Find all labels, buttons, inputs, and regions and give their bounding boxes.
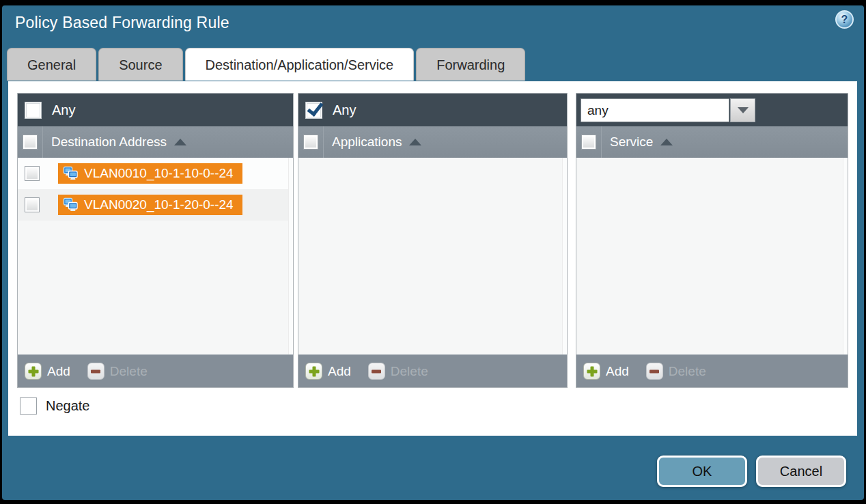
tab-destination-application-service[interactable]: Destination/Application/Service [185, 48, 415, 81]
plus-icon [25, 363, 42, 380]
delete-button[interactable]: Delete [646, 363, 706, 380]
tab-general[interactable]: General [7, 48, 96, 81]
service-footer: Add Delete [576, 354, 848, 387]
delete-button[interactable]: Delete [368, 363, 428, 380]
service-column-label: Service [610, 135, 653, 150]
destination-select-all-checkbox[interactable] [23, 135, 38, 150]
destination-any-header: Any [18, 94, 293, 126]
destination-any-checkbox[interactable] [25, 102, 42, 119]
service-panel: any Service Add [576, 93, 848, 388]
service-list [576, 158, 848, 354]
destination-column-header: Destination Address [18, 126, 293, 158]
minus-icon [87, 363, 104, 380]
scrollbar-track[interactable] [562, 158, 567, 354]
sort-ascending-icon[interactable] [660, 139, 673, 145]
address-object-label: VLAN0020_10-1-20-0--24 [84, 197, 234, 212]
dialog-title-bar: Policy Based Forwarding Rule [15, 14, 229, 32]
row-checkbox[interactable] [25, 166, 40, 181]
address-object-label: VLAN0010_10-1-10-0--24 [84, 166, 234, 181]
sort-ascending-icon[interactable] [409, 139, 421, 145]
service-dropdown-button[interactable] [730, 98, 755, 122]
tab-forwarding[interactable]: Forwarding [416, 48, 525, 81]
tab-content: Any Destination Address [8, 81, 857, 436]
tab-source[interactable]: Source [98, 48, 182, 81]
service-column-header: Service [576, 126, 848, 158]
scrollbar-track[interactable] [843, 158, 848, 354]
add-button[interactable]: Add [305, 363, 351, 380]
service-select-all-checkbox[interactable] [581, 135, 596, 150]
policy-based-forwarding-dialog: Policy Based Forwarding Rule ? General S… [2, 5, 864, 500]
help-icon[interactable]: ? [835, 10, 854, 29]
applications-any-label: Any [333, 102, 356, 118]
destination-any-label: Any [52, 102, 75, 118]
minus-icon [646, 363, 663, 380]
table-row[interactable]: VLAN0020_10-1-20-0--24 [18, 189, 293, 221]
applications-any-checkbox[interactable] [305, 102, 322, 119]
network-address-icon [62, 166, 79, 181]
applications-select-all-checkbox[interactable] [303, 135, 318, 150]
destination-address-list: VLAN0010_10-1-10-0--24 [18, 158, 293, 354]
tab-bar: General Source Destination/Application/S… [7, 48, 525, 81]
destination-footer: Add Delete [18, 354, 293, 387]
applications-column-header: Applications [298, 126, 567, 158]
destination-column-label: Destination Address [51, 135, 167, 150]
plus-icon [305, 363, 322, 380]
plus-icon [583, 363, 600, 380]
applications-column-label: Applications [332, 135, 402, 150]
address-object-badge[interactable]: VLAN0010_10-1-10-0--24 [58, 163, 242, 184]
destination-address-panel: Any Destination Address [17, 93, 294, 388]
applications-panel: Any Applications Add Delete [298, 93, 568, 388]
row-checkbox[interactable] [25, 197, 40, 212]
minus-icon [368, 363, 385, 380]
service-dropdown-input[interactable]: any [581, 98, 729, 122]
table-row[interactable]: VLAN0010_10-1-10-0--24 [18, 158, 293, 189]
dialog-footer: OK Cancel [657, 456, 846, 487]
add-button[interactable]: Add [583, 363, 629, 380]
delete-button[interactable]: Delete [87, 363, 148, 380]
address-object-badge[interactable]: VLAN0020_10-1-20-0--24 [58, 195, 242, 215]
page-title: Policy Based Forwarding Rule [15, 14, 229, 31]
cancel-button[interactable]: Cancel [756, 456, 846, 487]
negate-label: Negate [46, 398, 90, 414]
service-dropdown-header: any [576, 94, 848, 126]
applications-footer: Add Delete [298, 354, 567, 387]
negate-checkbox[interactable] [20, 397, 37, 415]
applications-any-header: Any [298, 94, 567, 126]
network-address-icon [62, 197, 79, 212]
ok-button[interactable]: OK [657, 456, 747, 487]
chevron-down-icon [738, 107, 749, 113]
sort-ascending-icon[interactable] [174, 139, 186, 145]
scrollbar-track[interactable] [288, 158, 293, 354]
applications-list [298, 158, 567, 354]
negate-row: Negate [20, 397, 90, 415]
service-combo: any [581, 98, 755, 122]
add-button[interactable]: Add [25, 363, 70, 380]
